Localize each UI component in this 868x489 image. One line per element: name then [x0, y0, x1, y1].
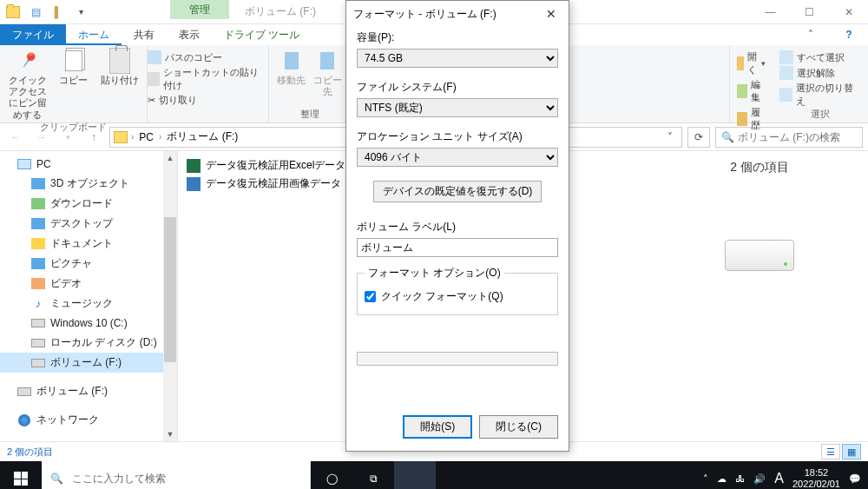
search-input[interactable] [738, 131, 857, 143]
nav-cdrive[interactable]: Windows 10 (C:) [0, 314, 177, 333]
allocation-select[interactable]: 4096 バイト [357, 148, 558, 167]
window-title: ボリューム (F:) [245, 4, 316, 19]
history-button[interactable]: 履歴 [737, 106, 766, 132]
download-icon [31, 197, 45, 211]
edit-icon [737, 84, 747, 98]
select-none-button[interactable]: 選択解除 [779, 66, 861, 80]
cortana-button[interactable]: ◯ [311, 461, 352, 489]
disk-icon [31, 316, 45, 330]
nav-network[interactable]: ネットワーク [0, 410, 177, 430]
nav-ddrive[interactable]: ローカル ディスク (D:) [0, 333, 177, 353]
scroll-down-icon[interactable]: ▼ [163, 427, 177, 441]
videos-icon [31, 277, 45, 291]
refresh-button[interactable]: ⟳ [687, 127, 710, 148]
nav-3dobjects[interactable]: 3D オブジェクト [0, 174, 177, 194]
taskbar-search[interactable]: 🔍ここに入力して検索 [42, 461, 311, 489]
tray-overflow-button[interactable]: ˄ [703, 473, 708, 485]
scroll-up-icon[interactable]: ▲ [163, 151, 177, 165]
selectnone-icon [779, 66, 793, 80]
desktop-icon [31, 217, 45, 231]
nav-videos[interactable]: ビデオ [0, 274, 177, 294]
selectall-icon [779, 50, 793, 64]
ime-indicator[interactable]: A [774, 471, 784, 486]
address-dropdown-button[interactable]: ˅ [662, 131, 678, 143]
dialog-close-button[interactable]: ✕ [541, 7, 562, 21]
onedrive-icon[interactable]: ☁ [717, 473, 727, 485]
image-icon [187, 177, 201, 191]
taskbar-clock[interactable]: 18:522022/02/01 [792, 467, 840, 489]
quick-format-input[interactable] [365, 291, 376, 302]
nav-scrollbar[interactable]: ▲ ▼ [163, 151, 177, 441]
volume-label-input[interactable] [357, 238, 558, 257]
help-button[interactable]: ? [830, 24, 868, 45]
start-button[interactable]: 開始(S) [403, 415, 472, 439]
ribbon-group-clipboard: クリップボード [7, 121, 140, 134]
chevron-right-icon[interactable]: › [159, 132, 161, 142]
quick-format-checkbox[interactable]: クイック フォーマット(Q) [365, 289, 550, 304]
network-icon[interactable]: 🖧 [735, 473, 745, 484]
view-details-button[interactable]: ☰ [821, 444, 840, 459]
shortcut-icon [148, 72, 160, 86]
qat-properties-icon[interactable]: ▤ [26, 3, 45, 22]
windows-logo-icon [14, 472, 28, 486]
close-button[interactable]: ✕ [829, 0, 868, 24]
open-menu-button[interactable]: 開く▾ [737, 50, 766, 76]
minimize-button[interactable]: — [751, 0, 790, 24]
restore-defaults-button[interactable]: デバイスの既定値を復元する(D) [373, 181, 542, 202]
filesystem-select[interactable]: NTFS (既定) [357, 98, 558, 117]
selectinvert-icon [779, 88, 792, 102]
taskview-button[interactable]: ⧉ [352, 461, 394, 489]
edit-button[interactable]: 編集 [737, 78, 766, 104]
close-dialog-button[interactable]: 閉じる(C) [479, 415, 558, 439]
format-dialog: フォーマット - ボリューム (F:) ✕ 容量(P): 74.5 GB ファイ… [345, 0, 569, 452]
copy-button[interactable]: コピー [53, 49, 94, 121]
nav-documents[interactable]: ドキュメント [0, 234, 177, 254]
start-button[interactable] [0, 461, 42, 489]
network-icon [17, 413, 31, 427]
paste-shortcut-button[interactable]: ショートカットの貼り付け [148, 66, 261, 92]
volume-icon[interactable]: 🔊 [753, 473, 766, 485]
copy-to-button[interactable]: コピー先 [312, 49, 344, 97]
nav-downloads[interactable]: ダウンロード [0, 194, 177, 214]
explorer-app-icon [3, 3, 23, 22]
nav-desktop[interactable]: デスクトップ [0, 214, 177, 234]
pin-quickaccess-button[interactable]: 📍クイック アクセス にピン留めする [7, 49, 48, 121]
nav-fdrive[interactable]: ボリューム (F:) [0, 353, 177, 373]
tab-file[interactable]: ファイル [0, 24, 66, 45]
crumb-volume[interactable]: ボリューム (F:) [165, 129, 240, 144]
qat-newfolder-icon[interactable]: ▌ [49, 3, 68, 22]
pin-icon: 📍 [14, 48, 40, 74]
cut-button[interactable]: ✂切り取り [148, 94, 261, 107]
moveto-icon [279, 49, 304, 73]
nav-fdrive-root[interactable]: ボリューム (F:) [0, 381, 177, 401]
nav-pc[interactable]: PC [0, 155, 177, 174]
nav-music[interactable]: ♪ミュージック [0, 294, 177, 314]
contextual-tab-manage[interactable]: 管理 [170, 0, 229, 19]
move-to-button[interactable]: 移動先 [276, 49, 307, 97]
search-icon: 🔍 [50, 472, 63, 485]
tab-drive-tools[interactable]: ドライブ ツール [212, 24, 312, 45]
nav-pictures[interactable]: ピクチャ [0, 254, 177, 274]
select-invert-button[interactable]: 選択の切り替え [779, 82, 861, 108]
copy-path-button[interactable]: パスのコピー [148, 50, 261, 64]
tab-view[interactable]: 表示 [167, 24, 212, 45]
scroll-thumb[interactable] [164, 217, 176, 361]
qat-dropdown-icon[interactable]: ▾ [71, 3, 90, 22]
view-icons-button[interactable]: ▦ [842, 444, 861, 459]
filesystem-label: ファイル システム(F) [357, 80, 558, 95]
paste-button[interactable]: 貼り付け [99, 49, 140, 121]
tab-home[interactable]: ホーム [66, 24, 122, 45]
ribbon-group-select: 選択 [779, 108, 861, 121]
tab-share[interactable]: 共有 [122, 24, 167, 45]
ribbon-collapse-button[interactable]: ˄ [792, 24, 830, 45]
explorer-icon [407, 472, 423, 484]
history-icon [737, 112, 747, 126]
volume-label-label: ボリューム ラベル(L) [357, 220, 558, 235]
format-options-legend: フォーマット オプション(O) [365, 266, 504, 281]
taskbar-explorer[interactable] [394, 461, 436, 489]
select-all-button[interactable]: すべて選択 [779, 50, 861, 64]
maximize-button[interactable]: ☐ [790, 0, 829, 24]
crumb-pc[interactable]: PC [137, 131, 155, 143]
action-center-button[interactable]: 💬 [849, 473, 861, 485]
capacity-select[interactable]: 74.5 GB [357, 49, 558, 68]
